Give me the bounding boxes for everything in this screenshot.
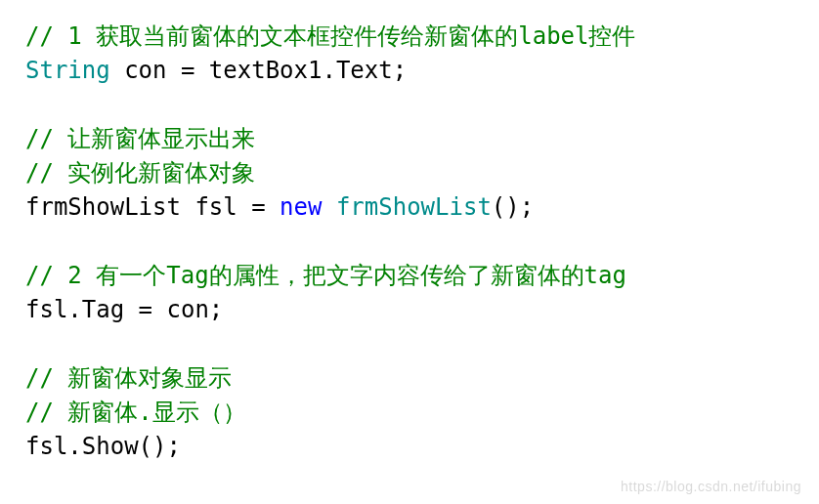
code-type: frmShowList bbox=[336, 193, 492, 221]
code-text: con = textBox1.Text; bbox=[110, 57, 407, 84]
code-comment: // 让新窗体显示出来 bbox=[25, 125, 255, 152]
code-text: fsl.Show(); bbox=[25, 433, 181, 460]
code-comment: // 新窗体.显示（） bbox=[25, 399, 246, 426]
code-text: frmShowList fsl = bbox=[25, 193, 280, 221]
code-text bbox=[322, 193, 335, 221]
code-text: fsl.Tag = con; bbox=[25, 296, 223, 323]
code-comment: // 实例化新窗体对象 bbox=[25, 159, 255, 187]
code-comment: // 1 获取当前窗体的文本框控件传给新窗体的label控件 bbox=[25, 22, 636, 50]
code-text: (); bbox=[492, 193, 534, 221]
code-comment: // 2 有一个Tag的属性，把文字内容传给了新窗体的tag bbox=[25, 262, 626, 289]
code-type: String bbox=[25, 57, 110, 84]
code-snippet: // 1 获取当前窗体的文本框控件传给新窗体的label控件 String co… bbox=[0, 0, 819, 464]
code-comment: // 新窗体对象显示 bbox=[25, 364, 232, 392]
watermark-text: https://blog.csdn.net/ifubing bbox=[621, 479, 801, 494]
code-keyword: new bbox=[280, 193, 322, 221]
